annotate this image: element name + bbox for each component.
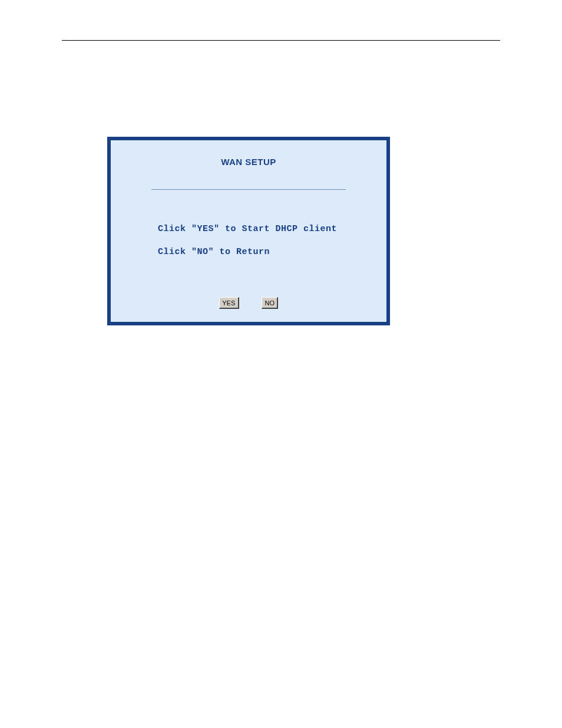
wan-setup-dialog: WAN SETUP Click "YES" to Start DHCP clie… <box>107 137 390 325</box>
page-divider <box>62 40 500 41</box>
button-row: YES NO <box>111 297 386 309</box>
instruction-yes: Click "YES" to Start DHCP client <box>158 224 386 234</box>
dialog-title: WAN SETUP <box>111 157 386 167</box>
dialog-body: Click "YES" to Start DHCP client Click "… <box>111 190 386 257</box>
no-button[interactable]: NO <box>262 297 278 309</box>
instruction-no: Click "NO" to Return <box>158 247 386 257</box>
yes-button[interactable]: YES <box>219 297 239 309</box>
